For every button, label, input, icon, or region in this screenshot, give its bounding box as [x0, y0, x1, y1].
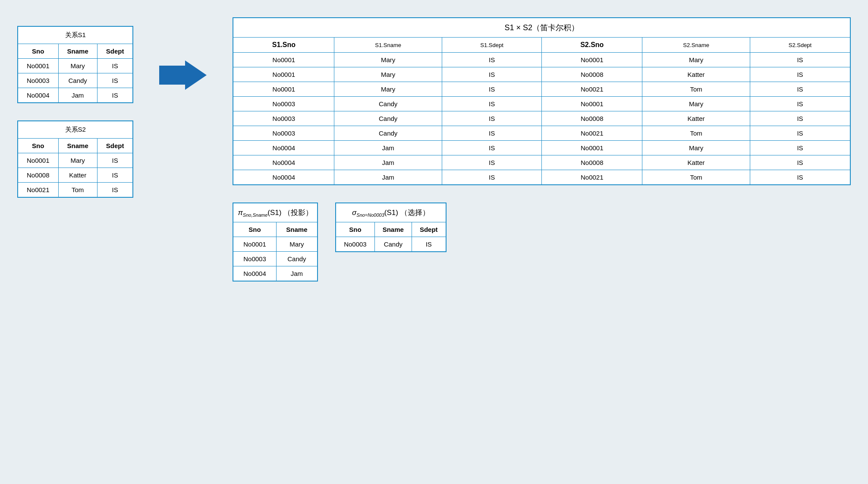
s1-r2-sno: No0003 — [18, 73, 58, 88]
table-row: No0004 Jam IS No0001 Mary IS — [233, 141, 850, 155]
s2-r1-sno: No0001 — [18, 153, 58, 168]
s1-r3-sname: Jam — [58, 88, 97, 103]
table-row: No0003 Candy IS No0008 Katter IS — [233, 111, 850, 126]
table-row: No0001 Mary IS No0001 Mary IS — [233, 53, 850, 67]
table-row: No0001 Mary IS No0008 Katter IS — [233, 67, 850, 82]
sel-col-sno: Sno — [336, 222, 374, 237]
cart-col-s1sdept: S1.Sdept — [442, 38, 541, 53]
cartesian-title: S1 × S2（笛卡尔积） — [233, 18, 850, 38]
sel-note: （选择） — [400, 209, 430, 217]
selection-title: σSno=No0003(S1) （选择） — [336, 203, 446, 222]
proj-col-sno: Sno — [233, 222, 276, 237]
s2-table: 关系S2 Sno Sname Sdept No0001 Mary IS No00… — [17, 120, 133, 198]
proj-col-sname: Sname — [276, 222, 318, 237]
s2-r3-sname: Tom — [58, 183, 97, 198]
s1-table: 关系S1 Sno Sname Sdept No0001 Mary IS No00… — [17, 26, 133, 103]
table-row: No0004 Jam IS — [18, 88, 133, 103]
projection-table: πSno,Sname(S1) （投影） Sno Sname No0001 Mar… — [233, 202, 318, 282]
s2-r1-sdept: IS — [97, 153, 133, 168]
s1-r2-sname: Candy — [58, 73, 97, 88]
sel-sigma: σ — [352, 209, 356, 217]
s2-r2-sname: Katter — [58, 168, 97, 183]
s2-r2-sno: No0008 — [18, 168, 58, 183]
s2-title: 关系S2 — [18, 121, 133, 139]
cart-col-s1sno: S1.Sno — [233, 38, 334, 53]
sel-suffix: (S1) — [384, 209, 398, 217]
right-panel: S1 × S2（笛卡尔积） S1.Sno S1.Sname S1.Sdept S… — [233, 17, 851, 282]
s2-col-sdept: Sdept — [97, 139, 133, 153]
s1-r3-sno: No0004 — [18, 88, 58, 103]
s2-r1-sname: Mary — [58, 153, 97, 168]
s1-r3-sdept: IS — [97, 88, 133, 103]
arrow-container — [159, 17, 207, 90]
s2-r3-sno: No0021 — [18, 183, 58, 198]
s1-r1-sname: Mary — [58, 59, 97, 73]
cart-col-s2sdept: S2.Sdept — [750, 38, 850, 53]
cartesian-table: S1 × S2（笛卡尔积） S1.Sno S1.Sname S1.Sdept S… — [233, 17, 851, 185]
proj-note: （投影） — [283, 209, 313, 217]
table-row: No0004 Jam IS No0008 Katter IS — [233, 155, 850, 170]
table-row: No0001 Mary — [233, 237, 318, 252]
table-row: No0001 Mary IS — [18, 59, 133, 73]
cart-col-s2sno: S2.Sno — [542, 38, 642, 53]
s1-col-sname: Sname — [58, 44, 97, 59]
bottom-tables: πSno,Sname(S1) （投影） Sno Sname No0001 Mar… — [233, 202, 851, 282]
sel-col-sname: Sname — [374, 222, 412, 237]
table-row: No0021 Tom IS — [18, 183, 133, 198]
projection-title: πSno,Sname(S1) （投影） — [233, 203, 318, 222]
table-row: No0003 Candy IS — [18, 73, 133, 88]
s1-col-sdept: Sdept — [97, 44, 133, 59]
selection-table: σSno=No0003(S1) （选择） Sno Sname Sdept No0… — [335, 202, 446, 252]
cart-col-s1sname: S1.Sname — [334, 38, 442, 53]
s2-col-sname: Sname — [58, 139, 97, 153]
sel-col-sdept: Sdept — [412, 222, 446, 237]
left-panel: 关系S1 Sno Sname Sdept No0001 Mary IS No00… — [17, 17, 133, 198]
cart-col-s2sname: S2.Sname — [642, 38, 750, 53]
s1-col-sno: Sno — [18, 44, 58, 59]
table-row: No0003 Candy IS No0001 Mary IS — [233, 97, 850, 111]
proj-suffix: (S1) — [267, 209, 281, 217]
table-row: No0003 Candy — [233, 252, 318, 266]
table-row: No0004 Jam — [233, 266, 318, 282]
table-row: No0008 Katter IS — [18, 168, 133, 183]
table-row: No0003 Candy IS No0021 Tom IS — [233, 126, 850, 141]
s1-r1-sno: No0001 — [18, 59, 58, 73]
s1-r1-sdept: IS — [97, 59, 133, 73]
proj-pi: π — [238, 209, 242, 217]
table-row: No0003 Candy IS — [336, 237, 446, 252]
s1-title: 关系S1 — [18, 26, 133, 44]
table-row: No0004 Jam IS No0021 Tom IS — [233, 170, 850, 185]
proj-subscript: Sno,Sname — [243, 212, 267, 218]
s2-r2-sdept: IS — [97, 168, 133, 183]
table-row: No0001 Mary IS — [18, 153, 133, 168]
sel-subscript: Sno=No0003 — [356, 212, 384, 218]
table-row: No0001 Mary IS No0021 Tom IS — [233, 82, 850, 97]
s1-r2-sdept: IS — [97, 73, 133, 88]
s2-r3-sdept: IS — [97, 183, 133, 198]
s2-col-sno: Sno — [18, 139, 58, 153]
